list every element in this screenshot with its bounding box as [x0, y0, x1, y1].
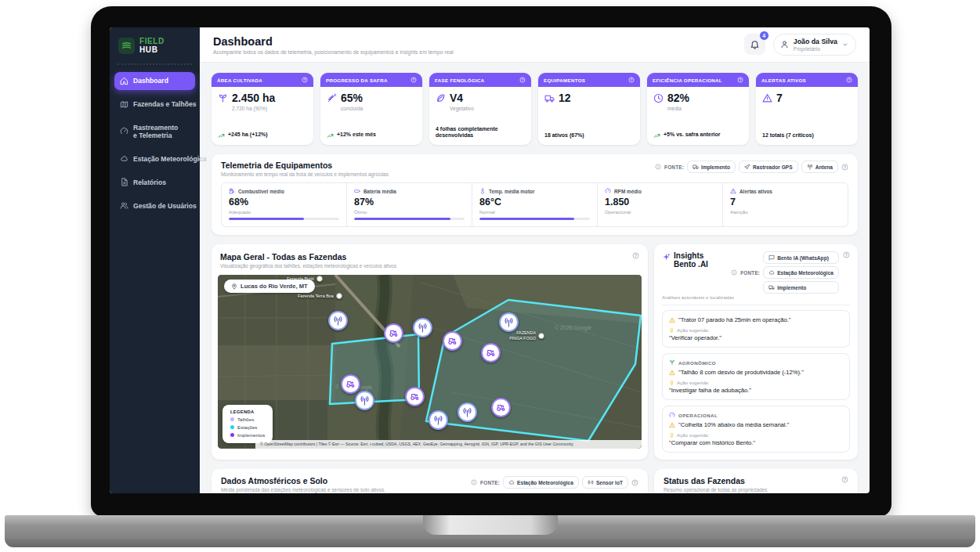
source-chip-rastreador-gps[interactable]: Rastreador GPS	[739, 161, 798, 173]
info-icon	[471, 479, 477, 485]
user-menu[interactable]: João da Silva Proprietário	[773, 34, 856, 56]
help-icon[interactable]	[841, 476, 848, 483]
implement-marker[interactable]	[405, 387, 425, 406]
kpi-title: FASE FENOLÓGICA	[435, 78, 485, 83]
source-chip-bento-ia[interactable]: Bento IA (WhatsApp)	[763, 251, 839, 264]
kpi-trend: 12 totais (7 críticos)	[762, 132, 814, 139]
lightbulb-icon	[669, 380, 674, 385]
farm-status-panel: Status das Fazendas Resumo operacional d…	[654, 469, 858, 493]
metric-value: 87%	[354, 197, 465, 207]
cloud-icon	[508, 479, 515, 485]
page-header: Dashboard Acompanhe todos os dados de te…	[200, 27, 870, 63]
source-chip-implemento[interactable]: Implemento	[763, 281, 839, 294]
tractor-icon	[447, 336, 457, 346]
help-icon[interactable]	[737, 77, 743, 83]
station-marker[interactable]	[429, 410, 448, 430]
help-icon[interactable]	[841, 164, 848, 171]
source-chip-implemento[interactable]: Implemento	[687, 161, 736, 173]
help-icon[interactable]	[843, 251, 850, 258]
sidebar-item-usuarios[interactable]: Gestão de Usuários	[114, 197, 195, 215]
help-icon[interactable]	[302, 77, 308, 83]
users-icon	[120, 201, 128, 210]
kpi-card-eficiencia: EFICIÊNCIA OPERACIONAL 82% média +5% vs.…	[647, 73, 749, 145]
file-icon	[120, 178, 128, 186]
station-marker[interactable]	[457, 402, 477, 422]
laptop-base	[5, 515, 975, 539]
sidebar-item-estacao[interactable]: Estação Meteorológica	[114, 150, 195, 168]
source-chip-estacao[interactable]: Estação Meteorológica	[503, 476, 579, 489]
map-icon	[120, 100, 128, 109]
legend-item: Talhões	[230, 417, 265, 422]
antenna-icon	[333, 316, 343, 326]
notifications-button[interactable]: 4	[744, 34, 765, 55]
antenna-icon	[418, 323, 428, 333]
source-chip-estacao[interactable]: Estação Meteorológica	[763, 266, 839, 279]
sidebar-item-fazendas[interactable]: Fazendas e Talhões	[114, 96, 195, 114]
cloud-icon	[120, 154, 128, 163]
metric-status: Operacional	[605, 209, 715, 215]
metric-value: 7	[730, 197, 841, 207]
info-icon	[655, 164, 661, 170]
farm-label: Fazenda Terra Boa	[298, 293, 342, 299]
implement-marker[interactable]	[384, 323, 403, 343]
telemetry-title: Telemetria de Equipamentos	[221, 161, 389, 170]
kpi-trend: +245 ha (+12%)	[228, 132, 268, 139]
help-icon[interactable]	[846, 77, 852, 83]
kpi-value: 12	[559, 92, 571, 104]
telemetry-panel: Telemetria de Equipamentos Monitoramento…	[212, 154, 858, 235]
implement-marker[interactable]	[443, 331, 462, 351]
kpi-card-equipamentos: EQUIPAMENTOS 12 18 ativos (67%)	[538, 73, 640, 145]
user-name: João da Silva	[794, 38, 837, 46]
alert-triangle-icon	[669, 422, 675, 428]
pin-icon	[231, 283, 237, 290]
metric-progress	[479, 218, 590, 220]
kpi-title: PROGRESSO DA SAFRA	[326, 78, 388, 83]
implement-marker[interactable]	[491, 398, 511, 417]
map-canvas[interactable]: © 2025 Google © 2025 Google Fazenda Buri…	[218, 275, 642, 449]
sidebar-item-dashboard[interactable]: Dashboard	[114, 72, 195, 90]
insights-panel: Insights Bento .AI FONTE: Bento IA (What…	[654, 244, 858, 460]
kpi-value: 82%	[667, 92, 689, 104]
help-icon[interactable]	[519, 77, 526, 83]
antenna-icon	[360, 395, 370, 406]
atmospheric-panel: Dados Atmosféricos e Solo Média ponderad…	[212, 469, 648, 493]
kpi-sub: 2.720 ha (90%)	[232, 106, 307, 111]
telemetry-metrics: Combustível médio 68% Adequado Bateria m…	[221, 182, 848, 227]
map-location-pill[interactable]: Lucas do Rio Verde, MT	[224, 280, 315, 293]
farm-marker-dot	[316, 276, 323, 282]
farm-label: Fazenda Pinga Fogo	[504, 330, 544, 341]
station-marker[interactable]	[413, 318, 432, 337]
implement-marker[interactable]	[481, 343, 501, 363]
sidebar-item-label: Dashboard	[133, 77, 168, 85]
farm-marker-dot	[336, 293, 342, 299]
brand-logo: FIELD HUB	[110, 27, 200, 62]
help-icon[interactable]	[632, 252, 639, 259]
info-icon	[731, 269, 737, 276]
kpi-title: EQUIPAMENTOS	[544, 78, 585, 83]
source-chip-antena[interactable]: Antena	[801, 161, 838, 173]
trend-up-icon	[218, 132, 225, 139]
imagery-watermark: © 2025 Google	[555, 325, 591, 330]
sidebar-item-rastreamento[interactable]: Rastreamento e Telemetria	[114, 119, 195, 145]
station-marker[interactable]	[328, 311, 348, 330]
antenna-icon	[462, 407, 472, 417]
sparkle-icon	[662, 253, 671, 262]
station-marker[interactable]	[499, 312, 519, 332]
help-icon[interactable]	[628, 77, 635, 83]
chat-icon	[768, 254, 775, 261]
bell-icon	[750, 39, 760, 49]
insights-list[interactable]: "Trator 07 parado há 25min em operação."…	[662, 310, 850, 453]
insight-card: "Trator 07 parado há 25min em operação."…	[662, 310, 850, 348]
station-marker[interactable]	[355, 391, 374, 410]
legend-dot	[230, 425, 234, 429]
help-icon[interactable]	[410, 77, 417, 83]
implement-marker[interactable]	[341, 374, 360, 394]
insight-card: AGRONÔMICO "Talhão 8 com desvio de produ…	[662, 353, 850, 400]
map-legend: LEGENDA Talhões Estações Implementos	[222, 405, 273, 443]
help-icon[interactable]	[631, 479, 638, 486]
laptop-screen-frame: FIELD HUB Dashboard Fazendas e Talhões R…	[91, 6, 891, 517]
legend-item: Estações	[230, 424, 265, 430]
source-chip-sensor-iot[interactable]: Sensor IoT	[582, 476, 628, 489]
insight-action: "Investigar falha de adubação."	[669, 387, 843, 394]
sidebar-item-relatorios[interactable]: Relatórios	[114, 173, 195, 191]
